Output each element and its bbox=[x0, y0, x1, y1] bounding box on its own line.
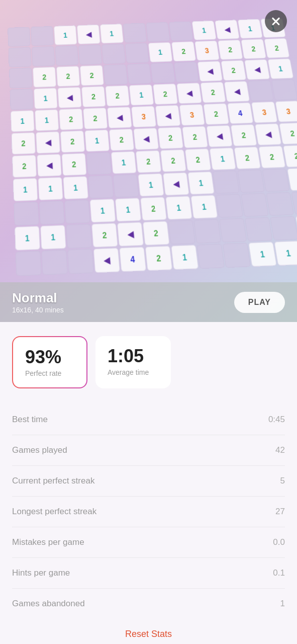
board-cell[interactable]: ◀ bbox=[244, 59, 270, 80]
board-cell[interactable] bbox=[39, 201, 65, 225]
board-cell[interactable]: 2 bbox=[11, 132, 36, 154]
board-cell[interactable] bbox=[266, 192, 294, 216]
board-cell[interactable]: 2 bbox=[241, 39, 266, 59]
board-cell[interactable]: 1 bbox=[34, 88, 58, 109]
board-cell[interactable] bbox=[78, 45, 103, 65]
board-cell[interactable]: 1 bbox=[111, 151, 137, 174]
board-cell[interactable]: 2 bbox=[140, 197, 167, 220]
board-cell[interactable] bbox=[55, 45, 78, 65]
board-cell[interactable] bbox=[213, 171, 240, 194]
board-cell[interactable]: 2 bbox=[80, 65, 104, 86]
board-cell[interactable] bbox=[125, 43, 149, 63]
board-cell[interactable]: 2 bbox=[221, 60, 246, 80]
board-cell[interactable] bbox=[168, 220, 195, 245]
board-cell[interactable] bbox=[32, 46, 55, 66]
board-cell[interactable]: 1 bbox=[11, 110, 35, 132]
board-cell[interactable]: 2 bbox=[231, 124, 257, 146]
board-cell[interactable]: ◀ bbox=[37, 154, 62, 177]
board-cell[interactable] bbox=[9, 67, 33, 88]
board-cell[interactable] bbox=[14, 202, 39, 226]
board-cell[interactable]: 1 bbox=[100, 24, 124, 43]
board-cell[interactable] bbox=[193, 219, 221, 244]
board-cell[interactable] bbox=[113, 174, 139, 197]
board-cell[interactable]: 4 bbox=[227, 102, 253, 124]
board-cell[interactable] bbox=[146, 22, 170, 42]
board-cell[interactable]: 1 bbox=[15, 226, 40, 251]
board-cell[interactable]: 1 bbox=[187, 172, 214, 195]
board-cell[interactable]: 2 bbox=[153, 84, 178, 105]
board-cell[interactable]: 2 bbox=[145, 246, 173, 271]
close-button[interactable] bbox=[265, 10, 287, 32]
board-cell[interactable]: ◀ bbox=[117, 222, 144, 247]
board-cell[interactable] bbox=[262, 169, 290, 192]
board-cell[interactable] bbox=[31, 26, 54, 46]
board-cell[interactable]: 1 bbox=[13, 178, 38, 202]
board-cell[interactable]: 2 bbox=[91, 223, 118, 248]
board-cell[interactable]: 2 bbox=[182, 126, 208, 148]
board-cell[interactable] bbox=[127, 63, 151, 84]
board-cell[interactable]: 2 bbox=[160, 149, 186, 172]
board-cell[interactable]: 2 bbox=[185, 148, 212, 171]
board-cell[interactable]: 3 bbox=[194, 41, 220, 61]
board-cell[interactable]: ◀ bbox=[215, 20, 240, 39]
board-cell[interactable] bbox=[245, 217, 273, 241]
board-cell[interactable] bbox=[150, 62, 175, 83]
board-cell[interactable]: ◀ bbox=[176, 83, 202, 104]
board-cell[interactable]: 1 bbox=[54, 25, 77, 45]
board-cell[interactable]: 1 bbox=[210, 147, 236, 170]
board-cell[interactable]: 4 bbox=[119, 247, 146, 272]
board-cell[interactable] bbox=[271, 79, 297, 101]
board-cell[interactable]: 2 bbox=[200, 82, 226, 103]
board-cell[interactable]: 3 bbox=[275, 101, 297, 122]
board-cell[interactable] bbox=[169, 21, 193, 41]
board-cell[interactable]: 2 bbox=[158, 127, 184, 149]
board-cell[interactable]: 2 bbox=[234, 146, 261, 169]
board-cell[interactable]: 1 bbox=[84, 130, 110, 152]
board-cell[interactable] bbox=[241, 193, 268, 217]
board-cell[interactable]: 2 bbox=[56, 66, 80, 87]
board-cell[interactable]: 1 bbox=[190, 195, 218, 218]
board-cell[interactable]: 2 bbox=[136, 150, 162, 173]
board-cell[interactable] bbox=[104, 64, 128, 85]
board-cell[interactable]: ◀ bbox=[57, 87, 81, 108]
board-cell[interactable] bbox=[64, 200, 90, 224]
board-cell[interactable] bbox=[270, 216, 297, 240]
board-cell[interactable]: 1 bbox=[38, 177, 63, 200]
board-cell[interactable]: ◀ bbox=[77, 25, 101, 44]
board-cell[interactable]: ◀ bbox=[224, 81, 250, 102]
board-cell[interactable]: 1 bbox=[165, 196, 192, 219]
board-cell[interactable]: 1 bbox=[89, 199, 116, 223]
board-cell[interactable]: 2 bbox=[12, 155, 37, 178]
board-cell[interactable]: 2 bbox=[143, 221, 170, 246]
play-button[interactable]: PLAY bbox=[234, 292, 285, 313]
board-cell[interactable]: ◀ bbox=[93, 248, 120, 273]
reset-stats-button[interactable]: Reset Stats bbox=[125, 629, 172, 639]
board-cell[interactable]: 1 bbox=[35, 109, 59, 131]
board-cell[interactable]: 2 bbox=[60, 130, 85, 152]
board-cell[interactable]: ◀ bbox=[206, 125, 233, 147]
board-cell[interactable]: 2 bbox=[59, 109, 83, 130]
board-cell[interactable]: ◀ bbox=[197, 61, 223, 82]
board-cell[interactable]: 2 bbox=[81, 86, 106, 107]
board-cell[interactable] bbox=[102, 44, 126, 64]
board-cell[interactable]: 1 bbox=[171, 245, 199, 270]
board-cell[interactable]: 1 bbox=[274, 240, 297, 266]
board-cell[interactable] bbox=[248, 80, 274, 101]
board-cell[interactable]: ◀ bbox=[133, 128, 159, 150]
board-cell[interactable]: 1 bbox=[138, 173, 164, 196]
board-cell[interactable]: 3 bbox=[251, 102, 278, 123]
board-cell[interactable]: ◀ bbox=[36, 131, 60, 153]
board-cell[interactable] bbox=[123, 23, 147, 43]
board-cell[interactable]: 2 bbox=[279, 122, 297, 144]
board-cell[interactable]: 1 bbox=[191, 21, 216, 40]
board-cell[interactable] bbox=[8, 47, 31, 67]
board-cell[interactable]: 1 bbox=[267, 58, 293, 79]
board-cell[interactable]: 1 bbox=[148, 42, 173, 62]
board-cell[interactable]: 2 bbox=[264, 38, 289, 58]
board-cell[interactable]: 2 bbox=[105, 85, 130, 106]
board-cell[interactable]: 2 bbox=[33, 67, 56, 88]
board-cell[interactable]: 2 bbox=[61, 153, 86, 176]
board-cell[interactable] bbox=[223, 243, 251, 268]
board-cell[interactable]: 1 bbox=[63, 176, 88, 199]
board-cell[interactable]: 2 bbox=[218, 40, 243, 60]
